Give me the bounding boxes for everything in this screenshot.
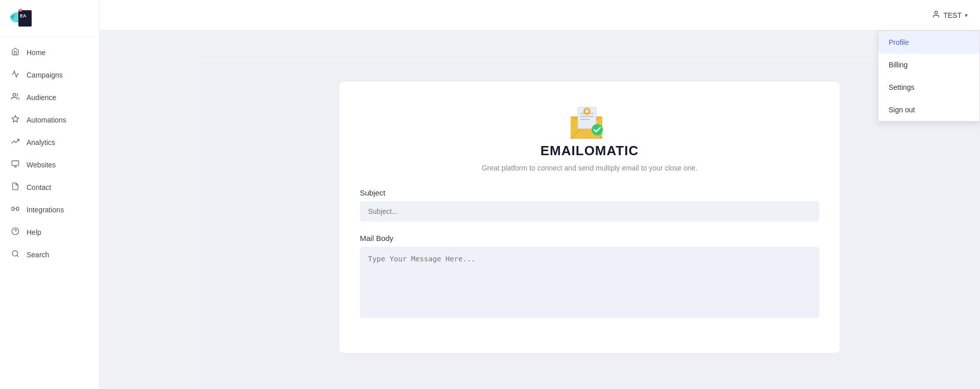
sidebar-item-home[interactable]: Home <box>0 41 99 64</box>
svg-marker-6 <box>12 115 18 122</box>
composer-title: EMAILOMATIC <box>541 143 639 159</box>
audience-icon <box>10 92 20 103</box>
chevron-down-icon: ▾ <box>965 12 968 19</box>
integrations-icon <box>10 205 20 215</box>
email-composer: EMAILOMATIC Great platform to connect an… <box>339 82 840 353</box>
main-content: EMAILOMATIC Great platform to connect an… <box>199 61 980 389</box>
app-logo-icon: EA <box>8 6 33 31</box>
composer-hero: EMAILOMATIC Great platform to connect an… <box>360 102 819 172</box>
sidebar-item-websites-label: Websites <box>27 161 56 169</box>
sidebar-item-contact-label: Contact <box>27 183 51 191</box>
svg-point-5 <box>13 93 15 96</box>
sidebar-item-integrations-label: Integrations <box>27 206 64 214</box>
automations-icon <box>10 115 20 125</box>
sidebar-item-search[interactable]: Search <box>0 244 99 266</box>
subject-label: Subject <box>360 188 819 197</box>
sidebar-item-automations-label: Automations <box>27 116 66 124</box>
sidebar-item-contact[interactable]: Contact <box>0 176 99 199</box>
user-menu-trigger[interactable]: TEST ▾ <box>932 10 968 20</box>
sidebar-navigation: Home Campaigns Audience Automations Anal… <box>0 37 99 389</box>
dropdown-item-settings[interactable]: Settings <box>878 76 979 99</box>
user-name: TEST <box>943 11 962 19</box>
mail-body-input[interactable] <box>360 247 819 318</box>
dropdown-item-signout[interactable]: Sign out <box>878 99 979 121</box>
sidebar-item-home-label: Home <box>27 48 45 57</box>
svg-rect-7 <box>12 161 18 165</box>
sidebar-item-integrations[interactable]: Integrations <box>0 199 99 221</box>
svg-point-4 <box>19 9 22 12</box>
sidebar-item-automations[interactable]: Automations <box>0 109 99 131</box>
websites-icon <box>10 160 20 170</box>
svg-point-28 <box>592 124 603 135</box>
svg-rect-10 <box>12 207 14 211</box>
sidebar-item-campaigns-label: Campaigns <box>27 71 63 79</box>
mail-body-form-group: Mail Body <box>360 234 819 320</box>
help-icon <box>10 227 20 237</box>
subject-input[interactable] <box>360 201 819 222</box>
email-illustration <box>567 102 612 143</box>
composer-subtitle: Great platform to connect and send multi… <box>482 164 698 172</box>
sidebar-item-analytics-label: Analytics <box>27 138 55 147</box>
dropdown-item-billing[interactable]: Billing <box>878 54 979 76</box>
svg-point-17 <box>935 11 938 14</box>
sidebar-logo: EA <box>0 0 99 37</box>
contact-icon <box>10 182 20 192</box>
sidebar-item-help[interactable]: Help <box>0 221 99 244</box>
search-icon <box>10 250 20 260</box>
sidebar-item-analytics[interactable]: Analytics <box>0 131 99 154</box>
svg-rect-11 <box>17 207 19 211</box>
svg-point-15 <box>12 251 18 256</box>
campaigns-icon <box>10 70 20 80</box>
sidebar-item-help-label: Help <box>27 228 41 236</box>
sidebar-item-audience-label: Audience <box>27 93 56 102</box>
user-avatar-icon <box>932 10 940 20</box>
sidebar-item-audience[interactable]: Audience <box>0 86 99 109</box>
home-icon <box>10 47 20 58</box>
user-dropdown-menu: Profile Billing Settings Sign out <box>878 31 980 121</box>
sidebar-item-websites[interactable]: Websites <box>0 154 99 176</box>
sidebar-item-search-label: Search <box>27 251 49 259</box>
svg-text:EA: EA <box>20 13 27 18</box>
sidebar-item-campaigns[interactable]: Campaigns <box>0 64 99 86</box>
analytics-icon <box>10 137 20 148</box>
topbar: TEST ▾ <box>100 0 980 31</box>
svg-point-27 <box>586 112 587 113</box>
dropdown-item-profile[interactable]: Profile <box>878 31 979 54</box>
sidebar: EA Home Campaigns Audience <box>0 0 100 389</box>
mail-body-label: Mail Body <box>360 234 819 242</box>
svg-line-16 <box>17 255 18 257</box>
svg-rect-2 <box>18 10 32 27</box>
subject-form-group: Subject <box>360 188 819 222</box>
